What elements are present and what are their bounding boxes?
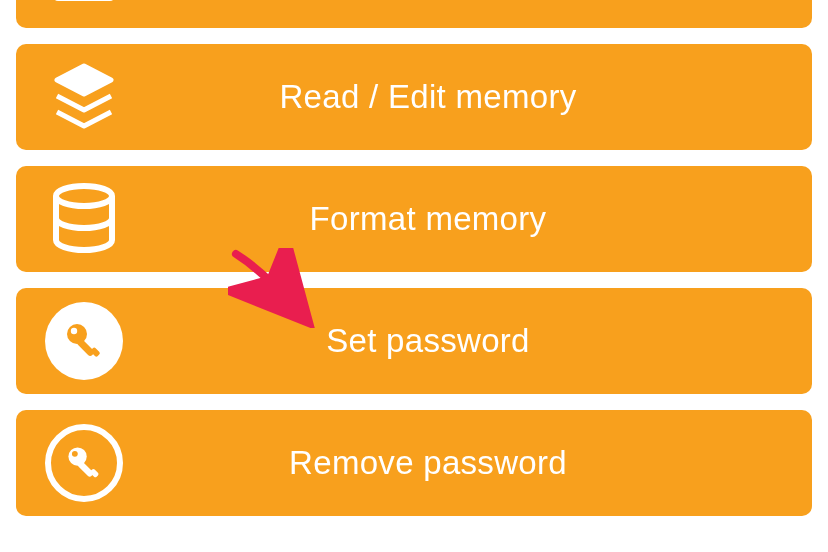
read-edit-memory-button[interactable]: Read / Edit memory xyxy=(16,44,812,150)
key-filled-icon xyxy=(44,301,124,381)
svg-point-4 xyxy=(71,328,77,334)
menu-item-label: Set password xyxy=(124,322,812,360)
menu-item-label: Remove password xyxy=(124,444,812,482)
set-password-button[interactable]: Set password xyxy=(16,288,812,394)
format-memory-button[interactable]: Format memory xyxy=(16,166,812,272)
svg-rect-0 xyxy=(54,0,114,1)
remove-password-button[interactable]: Remove password xyxy=(16,410,812,516)
svg-rect-9 xyxy=(77,460,95,478)
menu-item-upload[interactable] xyxy=(16,0,812,28)
menu-item-label: Format memory xyxy=(124,200,812,238)
menu-item-label: Read / Edit memory xyxy=(124,78,812,116)
upload-icon xyxy=(44,0,124,15)
svg-rect-10 xyxy=(90,468,100,478)
svg-rect-6 xyxy=(90,347,101,358)
svg-marker-1 xyxy=(57,66,111,94)
database-icon xyxy=(44,179,124,259)
svg-point-8 xyxy=(72,451,78,457)
svg-rect-5 xyxy=(76,338,95,357)
key-outline-icon xyxy=(44,423,124,503)
svg-point-2 xyxy=(56,186,112,206)
layers-icon xyxy=(44,57,124,137)
